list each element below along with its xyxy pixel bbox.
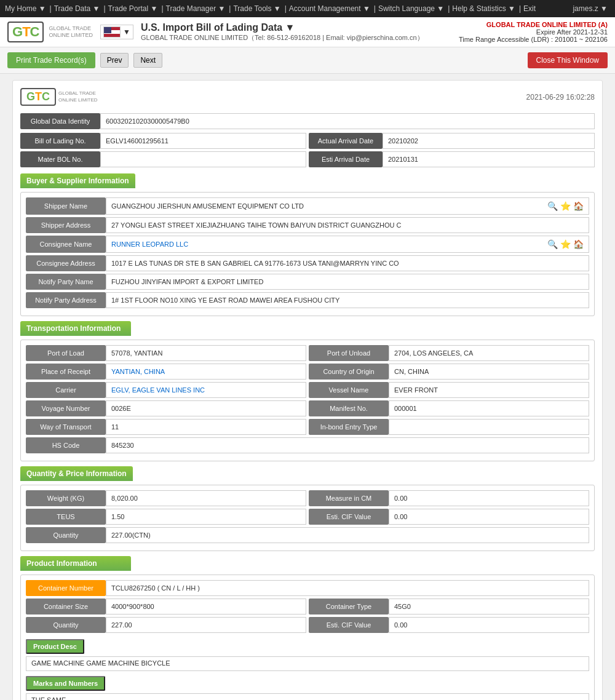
voyage-value: 0026E: [106, 400, 306, 416]
card-logo-text: GLOBAL TRADEONLINE LIMITED: [58, 90, 98, 103]
transport-inbond-row: Way of Transport 11 In-bond Entry Type: [26, 419, 589, 435]
port-row: Port of Load 57078, YANTIAN Port of Unlo…: [26, 345, 589, 361]
top-navigation: My Home ▼ | Trade Data ▼ | Trade Portal …: [0, 0, 615, 17]
shipper-home-icon[interactable]: 🏠: [573, 201, 584, 212]
esti-arrival-value: 20210131: [383, 151, 595, 167]
shipper-star-icon[interactable]: ⭐: [560, 201, 571, 212]
weight-measure-row: Weight (KG) 8,020.00 Measure in CM 0.00: [26, 490, 589, 506]
product-info-box: Container Number TCLU8267250 ( CN / L / …: [20, 575, 595, 700]
shipper-name-value: GUANGZHOU JIERSHUN AMUSEMENT EQUIPMENT C…: [106, 197, 589, 215]
manifest-value: 000001: [389, 400, 589, 416]
logo-area: GTC GLOBAL TRADEONLINE LIMITED: [7, 22, 93, 42]
marks-button[interactable]: Marks and Numbers: [26, 676, 105, 691]
notify-party-address-value: 1# 1ST FLOOR NO10 XING YE EAST ROAD MAWE…: [106, 292, 589, 308]
country-origin-label: Country of Origin: [309, 364, 389, 380]
container-size-label: Container Size: [26, 599, 106, 614]
shipper-address-value: 27 YONGLI EAST STREET XIEJIAZHUANG TAIHE…: [106, 217, 589, 233]
hs-code-row: HS Code 845230: [26, 437, 589, 453]
vessel-row: Vessel Name EVER FRONT: [309, 382, 589, 398]
nav-item-trade-manager[interactable]: Trade Manager ▼: [166, 4, 226, 13]
quantity-row: Quantity 227.00(CTN): [26, 527, 589, 543]
measure-row: Measure in CM 0.00: [309, 490, 589, 506]
esti-arrival-label: Esti Arrival Date: [309, 151, 383, 167]
close-button-top[interactable]: Close This Window: [528, 52, 608, 68]
consignee-home-icon[interactable]: 🏠: [573, 239, 584, 250]
prev-button-top[interactable]: Prev: [100, 53, 129, 68]
company-link[interactable]: GLOBAL TRADE ONLINE LIMITED (A): [459, 21, 608, 28]
quantity-price-box: Weight (KG) 8,020.00 Measure in CM 0.00 …: [20, 485, 595, 551]
notify-party-name-value: FUZHOU JINYIFAN IMPORT & EXPORT LIMITED: [106, 274, 589, 290]
notify-party-name-label: Notify Party Name: [26, 274, 106, 290]
nav-item-trade-data[interactable]: Trade Data ▼: [54, 4, 100, 13]
nav-item-account-management[interactable]: Account Management ▼: [289, 4, 370, 13]
nav-item-trade-tools[interactable]: Trade Tools ▼: [233, 4, 280, 13]
manifest-label: Manifest No.: [309, 400, 389, 416]
weight-value: 8,020.00: [106, 490, 306, 506]
nav-item-home[interactable]: My Home ▼: [5, 4, 46, 13]
product-cif-row: Esti. CIF Value 0.00: [309, 617, 589, 633]
bol-value: EGLV146001295611: [100, 133, 306, 149]
main-content: GTC GLOBAL TRADEONLINE LIMITED 2021-06-2…: [0, 74, 615, 700]
vessel-label: Vessel Name: [309, 382, 389, 398]
shipper-address-row: Shipper Address 27 YONGLI EAST STREET XI…: [26, 217, 589, 233]
container-type-value: 45G0: [389, 599, 589, 614]
receipt-origin-row: Place of Receipt YANTIAN, CHINA Country …: [26, 364, 589, 380]
card-timestamp: 2021-06-29 16:02:28: [526, 93, 595, 101]
product-qty-cif-row: Quantity 227.00 Esti. CIF Value 0.00: [26, 617, 589, 633]
consignee-address-row: Consignee Address 1017 E LAS TUNAS DR ST…: [26, 255, 589, 271]
shipper-name-row: Shipper Name GUANGZHOU JIERSHUN AMUSEMEN…: [26, 197, 589, 215]
teus-cif-row: TEUS 1.50 Esti. CIF Value 0.00: [26, 509, 589, 525]
nav-item-trade-portal[interactable]: Trade Portal ▼: [108, 4, 158, 13]
quantity-label: Quantity: [26, 527, 106, 543]
voyage-manifest-row: Voyage Number 0026E Manifest No. 000001: [26, 400, 589, 416]
bol-label: Bill of Lading No.: [20, 133, 100, 149]
buyer-supplier-box: Shipper Name GUANGZHOU JIERSHUN AMUSEMEN…: [20, 192, 595, 316]
quantity-price-section: Quantity & Price Information Weight (KG)…: [20, 466, 595, 551]
hs-code-value: 845230: [106, 437, 589, 453]
carrier-row: Carrier EGLV, EAGLE VAN LINES INC: [26, 382, 306, 398]
product-desc-button[interactable]: Product Desc: [26, 639, 84, 654]
inbond-label: In-bond Entry Type: [309, 419, 389, 435]
notify-party-address-label: Notify Party Address: [26, 292, 106, 308]
nav-item-switch-language[interactable]: Switch Language ▼: [378, 4, 444, 13]
buyer-supplier-section: Buyer & Supplier Information Shipper Nam…: [20, 173, 595, 316]
shipper-search-icon[interactable]: 🔍: [547, 201, 558, 212]
notify-party-address-row: Notify Party Address 1# 1ST FLOOR NO10 X…: [26, 292, 589, 308]
teus-label: TEUS: [26, 509, 106, 525]
manifest-row: Manifest No. 000001: [309, 400, 589, 416]
consignee-address-value: 1017 E LAS TUNAS DR STE B SAN GABRIEL CA…: [106, 255, 589, 271]
quantity-value: 227.00(CTN): [106, 527, 589, 543]
voyage-row: Voyage Number 0026E: [26, 400, 306, 416]
weight-row: Weight (KG) 8,020.00: [26, 490, 306, 506]
next-button-top[interactable]: Next: [133, 53, 162, 68]
user-menu[interactable]: james.z ▼: [573, 4, 608, 13]
transportation-header: Transportation Information: [20, 321, 131, 336]
product-info-section: Product Information Container Number TCL…: [20, 556, 595, 700]
mater-bol-row: Mater BOL No. Esti Arrival Date 20210131: [20, 151, 595, 167]
global-data-identity-row: Global Data Identity 6003202102030000547…: [20, 113, 595, 129]
consignee-star-icon[interactable]: ⭐: [560, 239, 571, 250]
nav-item-exit[interactable]: Exit: [523, 4, 536, 13]
carrier-value: EGLV, EAGLE VAN LINES INC: [106, 382, 306, 398]
measure-label: Measure in CM: [309, 490, 389, 506]
marks-area: Marks and Numbers THE SAME: [26, 674, 589, 700]
us-flag-icon: [103, 26, 121, 38]
consignee-name-row: Consignee Name RUNNER LEOPARD LLC 🔍 ⭐ 🏠: [26, 236, 589, 253]
header-title-area: U.S. Import Bill of Lading Data ▼ GLOBAL…: [141, 22, 459, 42]
vessel-value: EVER FRONT: [389, 382, 589, 398]
transportation-section: Transportation Information Port of Load …: [20, 321, 595, 461]
consignee-name-value: RUNNER LEOPARD LLC 🔍 ⭐ 🏠: [106, 236, 589, 253]
port-unload-value: 2704, LOS ANGELES, CA: [389, 345, 589, 361]
port-load-row: Port of Load 57078, YANTIAN: [26, 345, 306, 361]
transportation-box: Port of Load 57078, YANTIAN Port of Unlo…: [20, 340, 595, 461]
actual-arrival-row: Actual Arrival Date 20210202: [309, 133, 595, 149]
port-load-label: Port of Load: [26, 345, 106, 361]
container-number-row: Container Number TCLU8267250 ( CN / L / …: [26, 580, 589, 596]
weight-label: Weight (KG): [26, 490, 106, 506]
container-number-label: Container Number: [26, 580, 106, 596]
consignee-search-icon[interactable]: 🔍: [547, 239, 558, 250]
nav-item-help[interactable]: Help & Statistics ▼: [452, 4, 515, 13]
print-button-top[interactable]: Print Trade Record(s): [7, 52, 95, 68]
flag-selector[interactable]: ▼: [100, 25, 133, 39]
buyer-supplier-header: Buyer & Supplier Information: [20, 173, 135, 188]
